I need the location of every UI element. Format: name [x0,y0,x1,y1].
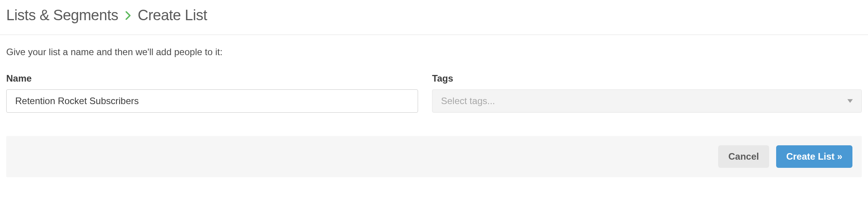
tags-label: Tags [432,73,862,84]
caret-down-icon [847,98,853,104]
breadcrumb-current: Create List [138,7,207,24]
chevron-right-icon [125,11,131,20]
breadcrumb: Lists & Segments Create List [6,7,862,24]
name-label: Name [6,73,418,84]
form-content: Give your list a name and then we'll add… [0,35,868,113]
name-input[interactable] [6,89,418,113]
breadcrumb-parent-link[interactable]: Lists & Segments [6,7,118,24]
tags-placeholder: Select tags... [441,96,847,106]
action-bar: Cancel Create List » [6,136,862,177]
svg-marker-0 [847,99,853,103]
cancel-button[interactable]: Cancel [718,145,769,168]
tags-select[interactable]: Select tags... [432,89,862,113]
page-header: Lists & Segments Create List [0,0,868,35]
tags-field-group: Tags Select tags... [432,73,862,113]
intro-text: Give your list a name and then we'll add… [6,47,862,57]
create-list-page: Lists & Segments Create List Give your l… [0,0,868,177]
form-row: Name Tags Select tags... [6,73,862,113]
name-field-group: Name [6,73,418,113]
create-list-button[interactable]: Create List » [776,145,852,168]
